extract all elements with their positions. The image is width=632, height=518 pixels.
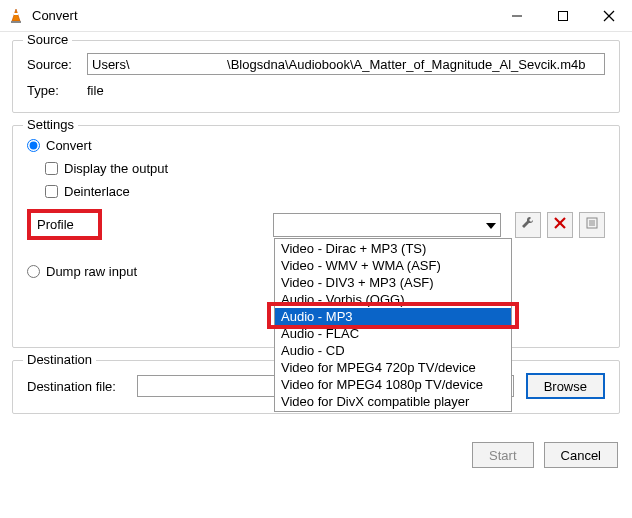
type-label: Type: (27, 83, 87, 98)
profile-label: Profile (37, 217, 74, 232)
profile-option[interactable]: Audio - FLAC (275, 325, 511, 342)
profile-option[interactable]: Audio - Vorbis (OGG) (275, 291, 511, 308)
close-button[interactable] (586, 0, 632, 32)
profile-label-highlight: Profile (27, 209, 102, 240)
source-input[interactable] (87, 53, 605, 75)
source-label: Source: (27, 57, 87, 72)
svg-rect-1 (14, 13, 18, 15)
delete-x-icon (554, 217, 566, 232)
deinterlace-label: Deinterlace (64, 184, 130, 199)
wrench-icon (521, 216, 535, 233)
display-output-input[interactable] (45, 162, 58, 175)
profile-option[interactable]: Video for DivX compatible player (275, 393, 511, 410)
destination-label: Destination file: (27, 379, 137, 394)
type-value: file (87, 83, 104, 98)
svg-rect-2 (11, 21, 21, 23)
maximize-button[interactable] (540, 0, 586, 32)
profile-option[interactable]: Video - WMV + WMA (ASF) (275, 257, 511, 274)
deinterlace-check[interactable]: Deinterlace (45, 184, 605, 199)
profile-settings-button[interactable] (515, 212, 541, 238)
profile-option[interactable]: Video - DIV3 + MP3 (ASF) (275, 274, 511, 291)
dump-raw-label: Dump raw input (46, 264, 137, 279)
cancel-button[interactable]: Cancel (544, 442, 618, 468)
dump-raw-input[interactable] (27, 265, 40, 278)
client-area: Source Source: Type: file Settings Conve… (0, 32, 632, 434)
convert-radio-input[interactable] (27, 139, 40, 152)
convert-radio-label: Convert (46, 138, 92, 153)
cancel-button-label: Cancel (561, 448, 601, 463)
start-button-label: Start (489, 448, 516, 463)
convert-radio[interactable]: Convert (27, 138, 605, 153)
settings-group: Settings Convert Display the output Dein… (12, 125, 620, 348)
profile-option[interactable]: Video for MPEG4 1080p TV/device (275, 376, 511, 393)
svg-marker-7 (486, 223, 496, 229)
new-profile-icon (586, 217, 598, 232)
profile-option[interactable]: Audio - CD (275, 342, 511, 359)
profile-dropdown[interactable]: Video - Dirac + MP3 (TS)Video - WMV + WM… (273, 213, 501, 237)
window-title: Convert (32, 8, 494, 23)
profile-new-button[interactable] (579, 212, 605, 238)
source-legend: Source (23, 32, 72, 47)
profile-row: Profile Video - Dirac + MP3 (TS)Video - … (27, 209, 605, 240)
display-output-label: Display the output (64, 161, 168, 176)
dialog-footer: Start Cancel (0, 434, 632, 480)
settings-legend: Settings (23, 117, 78, 132)
browse-button[interactable]: Browse (526, 373, 605, 399)
profile-delete-button[interactable] (547, 212, 573, 238)
profile-option[interactable]: Video for MPEG4 720p TV/device (275, 359, 511, 376)
profile-option[interactable]: Audio - MP3 (275, 308, 511, 325)
minimize-button[interactable] (494, 0, 540, 32)
deinterlace-input[interactable] (45, 185, 58, 198)
chevron-down-icon (486, 217, 496, 232)
start-button[interactable]: Start (472, 442, 533, 468)
display-output-check[interactable]: Display the output (45, 161, 605, 176)
app-icon (8, 8, 24, 24)
profile-option[interactable]: Video - Dirac + MP3 (TS) (275, 240, 511, 257)
titlebar: Convert (0, 0, 632, 32)
svg-rect-4 (559, 11, 568, 20)
destination-legend: Destination (23, 352, 96, 367)
profile-dropdown-panel: Video - Dirac + MP3 (TS)Video - WMV + WM… (274, 238, 512, 412)
browse-button-label: Browse (544, 379, 587, 394)
source-group: Source Source: Type: file (12, 40, 620, 113)
